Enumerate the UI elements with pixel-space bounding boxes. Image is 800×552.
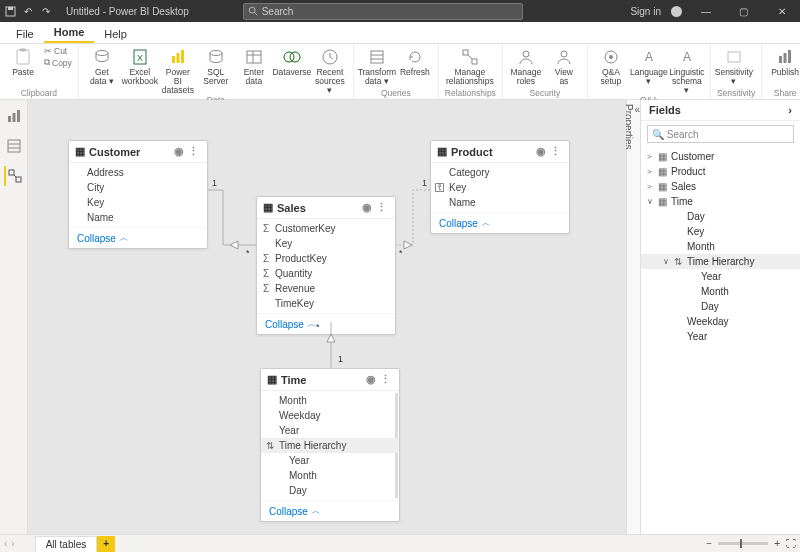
fields-search[interactable]: 🔍 Search [647,125,794,143]
minimize-button[interactable]: — [692,6,720,17]
fields-tree-node[interactable]: >▦Sales [641,179,800,194]
field-item[interactable]: Year [261,423,399,438]
fields-tree-node[interactable]: Day [641,209,800,224]
zoom-slider[interactable] [718,542,768,545]
field-item[interactable]: Year [261,453,399,468]
field-item[interactable]: Month [261,393,399,408]
tab-nav-prev[interactable]: ‹ [4,538,7,549]
recent-sources-button[interactable]: Recent sources ▾ [313,46,347,95]
field-item[interactable]: Key [257,236,395,251]
table-card-time[interactable]: ▦Time◉⋮ MonthWeekdayYear⇅Time HierarchyY… [260,368,400,522]
fields-tree-node[interactable]: ∨⇅Time Hierarchy [641,254,800,269]
field-item[interactable]: Month [261,468,399,483]
table-card-customer[interactable]: ▦Customer◉⋮ AddressCityKeyName Collapse︿ [68,140,208,249]
visibility-icon[interactable]: ◉ [172,145,186,158]
transform-data-button[interactable]: Transform data ▾ [360,46,394,86]
copy-button[interactable]: ⧉Copy [44,57,72,68]
more-icon[interactable]: ⋮ [548,145,563,158]
table-card-sales[interactable]: ▦Sales◉⋮ ΣCustomerKeyKeyΣProductKeyΣQuan… [256,196,396,335]
signin-link[interactable]: Sign in [630,6,661,17]
excel-button[interactable]: XExcel workbook [123,46,157,86]
field-item[interactable]: ⚿Key [431,180,569,195]
fields-tree-node[interactable]: Month [641,239,800,254]
field-item[interactable]: Key [69,195,207,210]
field-item[interactable]: ΣCustomerKey [257,221,395,236]
undo-icon[interactable]: ↶ [22,5,34,17]
menu-home[interactable]: Home [44,23,95,43]
save-icon[interactable] [4,5,16,17]
fields-tree-node[interactable]: ∨▦Time [641,194,800,209]
global-search[interactable]: Search [243,3,523,20]
fields-tree-node[interactable]: Month [641,284,800,299]
menu-help[interactable]: Help [94,25,137,43]
field-item[interactable]: Weekday [261,408,399,423]
zoom-in-icon[interactable]: + [774,538,780,549]
maximize-button[interactable]: ▢ [730,6,758,17]
svg-rect-22 [463,50,468,55]
close-button[interactable]: ✕ [768,6,796,17]
refresh-button[interactable]: Refresh [398,46,432,77]
field-item[interactable]: Name [69,210,207,225]
collapse-link[interactable]: Collapse︿ [261,500,399,521]
field-item[interactable]: Category [431,165,569,180]
publish-button[interactable]: Publish [768,46,800,77]
table-card-product[interactable]: ▦Product◉⋮ Category⚿KeyName Collapse︿ [430,140,570,234]
field-item[interactable]: ΣQuantity [257,266,395,281]
layout-tab-all-tables[interactable]: All tables [35,536,98,552]
relationship-line[interactable] [208,185,256,255]
sensitivity-button[interactable]: Sensitivity ▾ [717,46,751,86]
paste-button[interactable]: Paste [6,46,40,77]
cut-button[interactable]: ✂Cut [44,46,72,56]
field-item[interactable]: Address [69,165,207,180]
data-view-icon[interactable] [4,136,24,156]
view-as-button[interactable]: View as [547,46,581,86]
field-item[interactable]: ΣRevenue [257,281,395,296]
manage-roles-button[interactable]: Manage roles [509,46,543,86]
chevron-right-icon[interactable]: › [788,104,792,116]
more-icon[interactable]: ⋮ [186,145,201,158]
add-layout-tab[interactable]: + [97,536,115,552]
fields-tree-node[interactable]: Year [641,329,800,344]
more-icon[interactable]: ⋮ [374,201,389,214]
relationship-line[interactable] [324,322,338,368]
properties-pane-collapsed[interactable]: « Properties [626,100,640,534]
enter-data-button[interactable]: Enter data [237,46,271,86]
model-canvas[interactable]: ▦Customer◉⋮ AddressCityKeyName Collapse︿… [28,100,626,534]
report-view-icon[interactable] [4,106,24,126]
language-button[interactable]: ALanguage ▾ [632,46,666,86]
fields-tree-node[interactable]: Key [641,224,800,239]
visibility-icon[interactable]: ◉ [534,145,548,158]
more-icon[interactable]: ⋮ [378,373,393,386]
pbi-datasets-button[interactable]: Power BI datasets [161,46,195,95]
field-item[interactable]: Name [431,195,569,210]
field-item[interactable]: Day [261,483,399,498]
dataverse-button[interactable]: Dataverse [275,46,309,77]
svg-rect-10 [176,53,179,63]
model-view-icon[interactable] [4,166,24,186]
linguistic-schema-button[interactable]: ALinguistic schema ▾ [670,46,704,95]
fields-tree-node[interactable]: >▦Customer [641,149,800,164]
collapse-link[interactable]: Collapse︿ [431,212,569,233]
tab-nav-next[interactable]: › [11,538,14,549]
qa-setup-button[interactable]: Q&A setup [594,46,628,86]
field-item[interactable]: ⇅Time Hierarchy [261,438,399,453]
visibility-icon[interactable]: ◉ [364,373,378,386]
account-avatar-icon[interactable] [671,6,682,17]
get-data-button[interactable]: Get data ▾ [85,46,119,86]
field-item[interactable]: TimeKey [257,296,395,311]
fields-tree-node[interactable]: Year [641,269,800,284]
collapse-link[interactable]: Collapse︿ [69,227,207,248]
zoom-out-icon[interactable]: − [706,538,712,549]
fit-to-screen-icon[interactable]: ⛶ [786,538,796,549]
menu-file[interactable]: File [6,25,44,43]
visibility-icon[interactable]: ◉ [360,201,374,214]
fields-tree-node[interactable]: Day [641,299,800,314]
fields-tree-node[interactable]: >▦Product [641,164,800,179]
field-item[interactable]: ΣProductKey [257,251,395,266]
redo-icon[interactable]: ↷ [40,5,52,17]
relationship-line[interactable] [396,185,430,255]
sql-server-button[interactable]: SQL Server [199,46,233,86]
manage-relationships-button[interactable]: Manage relationships [445,46,495,86]
field-item[interactable]: City [69,180,207,195]
fields-tree-node[interactable]: Weekday [641,314,800,329]
